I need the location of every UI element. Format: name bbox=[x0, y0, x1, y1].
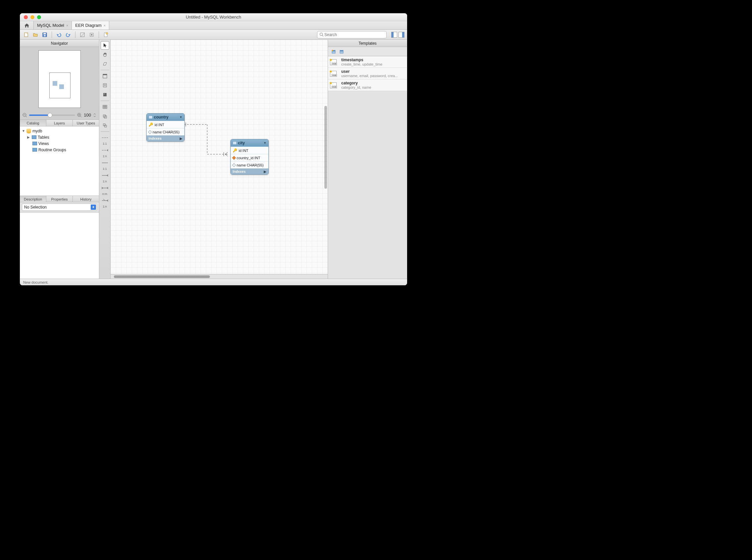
disclosure-icon[interactable]: ▼ bbox=[22, 129, 25, 133]
template-item[interactable]: MWB timestampscreate_time, update_time bbox=[328, 56, 407, 68]
selection-dropdown[interactable]: No Selection bbox=[22, 203, 97, 211]
column-row[interactable]: name CHAR(55) bbox=[231, 161, 269, 168]
diagram-canvas[interactable]: country ▼ 🔑id INT name CHAR(55) Indexes▶… bbox=[111, 40, 328, 274]
tab-catalog[interactable]: Catalog bbox=[20, 120, 46, 126]
entity-country[interactable]: country ▼ 🔑id INT name CHAR(55) Indexes▶ bbox=[146, 113, 185, 142]
hand-icon bbox=[103, 52, 107, 57]
catalog-tree[interactable]: ▼mydb ▶Tables Views Routine Groups bbox=[20, 126, 99, 196]
zoom-in-icon[interactable] bbox=[77, 113, 82, 118]
tool-rel-1-n-ident[interactable] bbox=[101, 171, 109, 180]
tab-mysql-model[interactable]: MySQL Model × bbox=[34, 21, 72, 29]
column-row[interactable]: name CHAR(55) bbox=[146, 128, 184, 135]
table-icon bbox=[233, 141, 237, 145]
chevron-down-icon[interactable]: ▼ bbox=[263, 141, 266, 145]
toggle-left-panel-button[interactable] bbox=[391, 32, 397, 38]
toggle-right-panel-button[interactable] bbox=[398, 32, 404, 38]
fullscreen-window-button[interactable] bbox=[37, 15, 41, 19]
tool-image[interactable] bbox=[101, 91, 109, 99]
tab-user-types[interactable]: User Types bbox=[73, 120, 99, 126]
indexes-bar[interactable]: Indexes▶ bbox=[146, 135, 184, 141]
close-icon[interactable]: × bbox=[104, 23, 105, 27]
svg-text:★: ★ bbox=[331, 49, 334, 52]
tree-tables-node[interactable]: ▶Tables bbox=[20, 134, 99, 140]
entity-name: city bbox=[238, 141, 245, 145]
tool-rel-n-m[interactable] bbox=[101, 184, 109, 192]
tool-rel-1-n-pick[interactable] bbox=[101, 196, 109, 205]
template-insert-button[interactable] bbox=[338, 48, 345, 55]
template-add-button[interactable]: ★ bbox=[330, 48, 337, 55]
svg-rect-20 bbox=[103, 74, 107, 75]
diamond-icon bbox=[148, 130, 152, 134]
tool-pointer[interactable] bbox=[101, 41, 109, 49]
zoom-out-icon[interactable] bbox=[22, 113, 27, 118]
minimize-window-button[interactable] bbox=[31, 15, 35, 19]
tool-hand[interactable] bbox=[101, 50, 109, 59]
column-row[interactable]: 🔑id INT bbox=[146, 121, 184, 128]
column-row[interactable]: 🔑id INT bbox=[231, 147, 269, 154]
routines-icon bbox=[33, 148, 37, 152]
navigator-title: Navigator bbox=[20, 41, 99, 46]
entity-header[interactable]: country ▼ bbox=[146, 114, 184, 121]
search-field[interactable] bbox=[324, 32, 384, 37]
align-button[interactable] bbox=[88, 31, 95, 38]
tab-eer-diagram[interactable]: EER Diagram × bbox=[72, 21, 109, 29]
open-folder-icon bbox=[33, 32, 38, 37]
chevron-down-icon[interactable]: ▼ bbox=[179, 116, 182, 119]
new-file-button[interactable] bbox=[22, 31, 30, 38]
tree-views-node[interactable]: Views bbox=[20, 140, 99, 147]
column-label: country_id INT bbox=[237, 156, 260, 160]
save-button[interactable] bbox=[41, 31, 48, 38]
new-doc-button[interactable] bbox=[102, 31, 110, 38]
svg-rect-21 bbox=[103, 84, 106, 87]
zoom-value: 100 bbox=[84, 113, 91, 118]
zoom-stepper-icon[interactable] bbox=[93, 113, 96, 118]
tool-eraser[interactable] bbox=[101, 60, 109, 68]
redo-button[interactable] bbox=[64, 31, 72, 38]
undo-button[interactable] bbox=[55, 31, 63, 38]
template-icon bbox=[339, 49, 344, 54]
scrollbar-thumb[interactable] bbox=[114, 275, 210, 278]
search-input[interactable] bbox=[317, 31, 387, 38]
tab-layers[interactable]: Layers bbox=[46, 120, 73, 126]
diamond-icon bbox=[232, 163, 236, 167]
tab-description[interactable]: Description bbox=[20, 196, 46, 202]
chevron-right-icon: ▶ bbox=[180, 137, 182, 140]
grid-toggle-button[interactable] bbox=[79, 31, 86, 38]
tool-rel-1-1-nonident[interactable] bbox=[101, 133, 109, 142]
template-item[interactable]: MWB userusername, email, password, crea.… bbox=[328, 68, 407, 79]
slider-knob[interactable] bbox=[48, 113, 52, 118]
schema-label: mydb bbox=[33, 129, 42, 133]
indexes-label: Indexes bbox=[149, 137, 161, 140]
open-file-button[interactable] bbox=[32, 31, 39, 38]
tree-routine-groups-node[interactable]: Routine Groups bbox=[20, 147, 99, 153]
close-icon[interactable]: × bbox=[66, 23, 68, 27]
minimap[interactable] bbox=[20, 47, 99, 111]
close-window-button[interactable] bbox=[24, 15, 28, 19]
left-sidebar: Navigator 100 Catalog Layers User Typ bbox=[20, 40, 99, 279]
tab-history[interactable]: History bbox=[73, 196, 99, 202]
tab-label: MySQL Model bbox=[37, 23, 64, 28]
vertical-scrollbar[interactable] bbox=[324, 106, 327, 189]
entity-city[interactable]: city ▼ 🔑id INT country_id INT name CHAR(… bbox=[230, 139, 269, 175]
tree-schema-node[interactable]: ▼mydb bbox=[20, 128, 99, 134]
templates-header: Templates bbox=[328, 40, 407, 47]
tool-routine-group[interactable] bbox=[101, 121, 109, 130]
home-tab[interactable] bbox=[20, 21, 34, 29]
tool-layer[interactable] bbox=[101, 72, 109, 80]
horizontal-scrollbar[interactable] bbox=[111, 274, 328, 279]
template-item[interactable]: MWB categorycategory_id, name bbox=[328, 79, 407, 91]
layer-icon bbox=[103, 74, 107, 78]
grid-icon bbox=[80, 33, 85, 37]
tab-properties[interactable]: Properties bbox=[46, 196, 73, 202]
tool-rel-1-n-nonident[interactable] bbox=[101, 146, 109, 155]
tool-table[interactable] bbox=[101, 103, 109, 111]
tool-note[interactable] bbox=[101, 81, 109, 90]
entity-header[interactable]: city ▼ bbox=[231, 139, 269, 147]
zoom-slider[interactable] bbox=[29, 115, 75, 116]
indexes-bar[interactable]: Indexes▶ bbox=[231, 168, 269, 175]
tool-rel-1-1-ident[interactable] bbox=[101, 159, 109, 167]
column-row[interactable]: country_id INT bbox=[231, 154, 269, 161]
navigator-header: Navigator bbox=[20, 40, 99, 47]
disclosure-icon[interactable]: ▶ bbox=[27, 135, 31, 139]
tool-view[interactable] bbox=[101, 112, 109, 120]
